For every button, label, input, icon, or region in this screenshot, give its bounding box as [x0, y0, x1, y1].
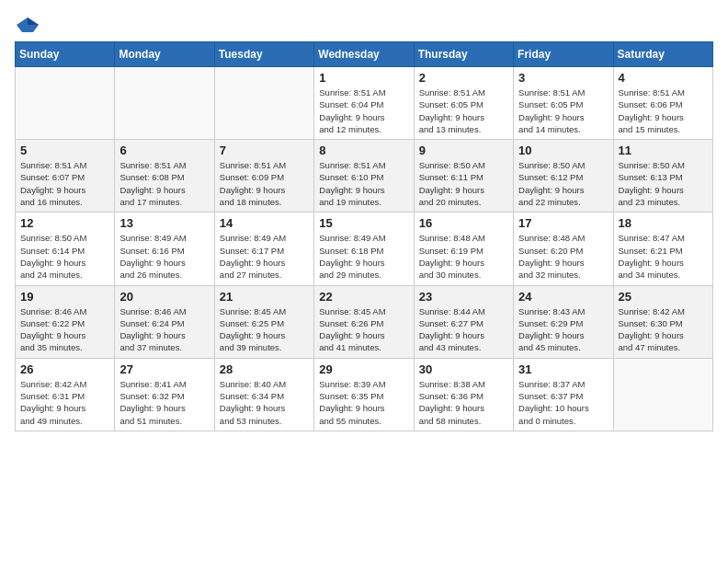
- weekday-header: Wednesday: [314, 42, 414, 67]
- day-number: 30: [419, 362, 508, 376]
- day-info: Sunrise: 8:51 AM Sunset: 6:05 PM Dayligh…: [518, 86, 608, 135]
- day-number: 14: [220, 216, 309, 230]
- day-info: Sunrise: 8:50 AM Sunset: 6:13 PM Dayligh…: [619, 159, 708, 208]
- calendar-cell: 6Sunrise: 8:51 AM Sunset: 6:08 PM Daylig…: [115, 140, 214, 213]
- calendar-cell: [613, 358, 712, 431]
- day-info: Sunrise: 8:46 AM Sunset: 6:24 PM Dayligh…: [119, 305, 209, 354]
- calendar-cell: 26Sunrise: 8:42 AM Sunset: 6:31 PM Dayli…: [16, 358, 115, 431]
- page-header: [15, 15, 713, 34]
- day-info: Sunrise: 8:51 AM Sunset: 6:06 PM Dayligh…: [619, 86, 708, 135]
- day-info: Sunrise: 8:46 AM Sunset: 6:22 PM Dayligh…: [20, 305, 109, 354]
- calendar-cell: 14Sunrise: 8:49 AM Sunset: 6:17 PM Dayli…: [214, 213, 313, 285]
- day-info: Sunrise: 8:44 AM Sunset: 6:27 PM Dayligh…: [419, 305, 508, 354]
- calendar-cell: 16Sunrise: 8:48 AM Sunset: 6:19 PM Dayli…: [414, 213, 513, 285]
- day-info: Sunrise: 8:50 AM Sunset: 6:12 PM Dayligh…: [518, 159, 608, 208]
- logo: [15, 15, 44, 34]
- day-number: 18: [619, 216, 708, 230]
- calendar-header-row: SundayMondayTuesdayWednesdayThursdayFrid…: [16, 42, 713, 67]
- day-number: 7: [220, 144, 309, 157]
- calendar-cell: [16, 67, 115, 140]
- calendar-week-row: 5Sunrise: 8:51 AM Sunset: 6:07 PM Daylig…: [16, 140, 713, 213]
- calendar-cell: 29Sunrise: 8:39 AM Sunset: 6:35 PM Dayli…: [314, 358, 414, 431]
- weekday-header: Sunday: [16, 42, 115, 67]
- day-number: 11: [619, 144, 708, 157]
- calendar-cell: 30Sunrise: 8:38 AM Sunset: 6:36 PM Dayli…: [414, 358, 513, 431]
- calendar-cell: 9Sunrise: 8:50 AM Sunset: 6:11 PM Daylig…: [414, 140, 513, 213]
- day-info: Sunrise: 8:40 AM Sunset: 6:34 PM Dayligh…: [220, 378, 309, 427]
- day-info: Sunrise: 8:48 AM Sunset: 6:19 PM Dayligh…: [419, 232, 508, 281]
- day-info: Sunrise: 8:49 AM Sunset: 6:16 PM Dayligh…: [119, 232, 209, 281]
- day-number: 25: [619, 290, 708, 304]
- calendar-cell: 8Sunrise: 8:51 AM Sunset: 6:10 PM Daylig…: [314, 140, 414, 213]
- day-number: 17: [518, 216, 608, 230]
- calendar-cell: [115, 67, 214, 140]
- calendar-cell: 18Sunrise: 8:47 AM Sunset: 6:21 PM Dayli…: [613, 213, 712, 285]
- calendar-cell: 5Sunrise: 8:51 AM Sunset: 6:07 PM Daylig…: [16, 140, 115, 213]
- day-number: 5: [20, 144, 109, 157]
- calendar-cell: 2Sunrise: 8:51 AM Sunset: 6:05 PM Daylig…: [414, 67, 513, 140]
- calendar-cell: 10Sunrise: 8:50 AM Sunset: 6:12 PM Dayli…: [514, 140, 613, 213]
- day-info: Sunrise: 8:39 AM Sunset: 6:35 PM Dayligh…: [319, 378, 408, 427]
- day-number: 16: [419, 216, 508, 230]
- day-info: Sunrise: 8:50 AM Sunset: 6:11 PM Dayligh…: [419, 159, 508, 208]
- calendar-cell: 3Sunrise: 8:51 AM Sunset: 6:05 PM Daylig…: [514, 67, 613, 140]
- day-number: 1: [319, 71, 408, 85]
- day-info: Sunrise: 8:51 AM Sunset: 6:04 PM Dayligh…: [319, 86, 408, 135]
- calendar-cell: 24Sunrise: 8:43 AM Sunset: 6:29 PM Dayli…: [514, 285, 613, 358]
- calendar-cell: 28Sunrise: 8:40 AM Sunset: 6:34 PM Dayli…: [214, 358, 313, 431]
- day-number: 15: [319, 216, 408, 230]
- calendar-cell: 19Sunrise: 8:46 AM Sunset: 6:22 PM Dayli…: [16, 285, 115, 358]
- calendar-cell: 1Sunrise: 8:51 AM Sunset: 6:04 PM Daylig…: [314, 67, 414, 140]
- day-number: 20: [119, 290, 209, 304]
- day-number: 21: [220, 290, 309, 304]
- calendar-cell: 11Sunrise: 8:50 AM Sunset: 6:13 PM Dayli…: [613, 140, 712, 213]
- weekday-header: Tuesday: [214, 42, 313, 67]
- day-number: 26: [20, 362, 109, 376]
- day-info: Sunrise: 8:41 AM Sunset: 6:32 PM Dayligh…: [119, 378, 209, 427]
- day-info: Sunrise: 8:49 AM Sunset: 6:18 PM Dayligh…: [319, 232, 408, 281]
- calendar-cell: 4Sunrise: 8:51 AM Sunset: 6:06 PM Daylig…: [613, 67, 712, 140]
- day-number: 28: [220, 362, 309, 376]
- day-number: 29: [319, 362, 408, 376]
- day-number: 22: [319, 290, 408, 304]
- day-number: 3: [518, 71, 608, 85]
- calendar-cell: 7Sunrise: 8:51 AM Sunset: 6:09 PM Daylig…: [214, 140, 313, 213]
- calendar-cell: 20Sunrise: 8:46 AM Sunset: 6:24 PM Dayli…: [115, 285, 214, 358]
- day-info: Sunrise: 8:47 AM Sunset: 6:21 PM Dayligh…: [619, 232, 708, 281]
- calendar-cell: 27Sunrise: 8:41 AM Sunset: 6:32 PM Dayli…: [115, 358, 214, 431]
- day-number: 2: [419, 71, 508, 85]
- day-info: Sunrise: 8:45 AM Sunset: 6:25 PM Dayligh…: [220, 305, 309, 354]
- day-number: 27: [119, 362, 209, 376]
- day-info: Sunrise: 8:51 AM Sunset: 6:05 PM Dayligh…: [419, 86, 508, 135]
- calendar-week-row: 19Sunrise: 8:46 AM Sunset: 6:22 PM Dayli…: [16, 285, 713, 358]
- day-number: 6: [119, 144, 209, 157]
- day-number: 12: [20, 216, 109, 230]
- day-info: Sunrise: 8:42 AM Sunset: 6:31 PM Dayligh…: [20, 378, 109, 427]
- day-number: 13: [119, 216, 209, 230]
- day-info: Sunrise: 8:42 AM Sunset: 6:30 PM Dayligh…: [619, 305, 708, 354]
- day-number: 10: [518, 144, 608, 157]
- day-info: Sunrise: 8:51 AM Sunset: 6:07 PM Dayligh…: [20, 159, 109, 208]
- day-number: 23: [419, 290, 508, 304]
- day-info: Sunrise: 8:37 AM Sunset: 6:37 PM Dayligh…: [518, 378, 608, 427]
- calendar-cell: [214, 67, 313, 140]
- logo-icon: [15, 16, 40, 34]
- calendar-cell: 25Sunrise: 8:42 AM Sunset: 6:30 PM Dayli…: [613, 285, 712, 358]
- day-number: 24: [518, 290, 608, 304]
- day-number: 8: [319, 144, 408, 157]
- calendar-cell: 23Sunrise: 8:44 AM Sunset: 6:27 PM Dayli…: [414, 285, 513, 358]
- day-info: Sunrise: 8:45 AM Sunset: 6:26 PM Dayligh…: [319, 305, 408, 354]
- svg-marker-1: [28, 17, 39, 25]
- day-info: Sunrise: 8:48 AM Sunset: 6:20 PM Dayligh…: [518, 232, 608, 281]
- day-number: 31: [518, 362, 608, 376]
- day-info: Sunrise: 8:49 AM Sunset: 6:17 PM Dayligh…: [220, 232, 309, 281]
- day-info: Sunrise: 8:51 AM Sunset: 6:09 PM Dayligh…: [220, 159, 309, 208]
- calendar-week-row: 12Sunrise: 8:50 AM Sunset: 6:14 PM Dayli…: [16, 213, 713, 285]
- day-info: Sunrise: 8:38 AM Sunset: 6:36 PM Dayligh…: [419, 378, 508, 427]
- calendar-table: SundayMondayTuesdayWednesdayThursdayFrid…: [15, 41, 713, 431]
- day-info: Sunrise: 8:51 AM Sunset: 6:08 PM Dayligh…: [119, 159, 209, 208]
- weekday-header: Thursday: [414, 42, 513, 67]
- day-number: 4: [619, 71, 708, 85]
- calendar-cell: 12Sunrise: 8:50 AM Sunset: 6:14 PM Dayli…: [16, 213, 115, 285]
- calendar-cell: 13Sunrise: 8:49 AM Sunset: 6:16 PM Dayli…: [115, 213, 214, 285]
